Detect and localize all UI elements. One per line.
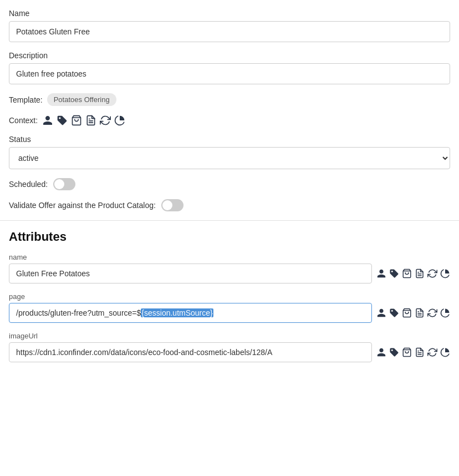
attr-imageurl-document-icon[interactable] <box>415 347 425 357</box>
attr-field-name: name <box>9 253 450 283</box>
template-badge[interactable]: Potatoes Offering <box>47 93 116 106</box>
description-label: Description <box>9 51 450 60</box>
attr-name-input[interactable] <box>9 264 372 283</box>
validate-label: Validate Offer against the Product Catal… <box>9 201 156 210</box>
attr-page-document-icon[interactable] <box>415 308 425 318</box>
attr-page-input-container[interactable]: /products/gluten-free?utm_source=${sessi… <box>9 303 372 323</box>
basket-icon[interactable] <box>71 115 82 126</box>
form-section: Name Description Template: Potatoes Offe… <box>0 0 459 211</box>
attr-page-row: /products/gluten-free?utm_source=${sessi… <box>9 303 450 323</box>
context-label: Context: <box>9 116 38 125</box>
attr-name-row <box>9 264 450 283</box>
attr-imageurl-label: imageUrl <box>9 332 450 340</box>
refresh-icon[interactable] <box>100 115 111 126</box>
attr-field-imageurl: imageUrl <box>9 332 450 362</box>
attr-chart-icon[interactable] <box>440 269 450 278</box>
validate-toggle[interactable] <box>161 199 183 211</box>
attr-page-text-before: /products/gluten-free?utm_source=$ <box>16 308 141 317</box>
attr-name-icons <box>376 269 450 278</box>
template-label: Template: <box>9 95 43 104</box>
description-field: Description <box>9 51 450 84</box>
attr-page-label: page <box>9 292 450 301</box>
attr-document-icon[interactable] <box>415 269 425 278</box>
name-field: Name <box>9 9 450 42</box>
attr-page-refresh-icon[interactable] <box>427 308 437 318</box>
attr-tag-icon[interactable] <box>389 269 399 278</box>
attr-imageurl-icons <box>376 347 450 357</box>
document-icon[interactable] <box>85 115 96 126</box>
attr-imageurl-chart-icon[interactable] <box>440 347 450 357</box>
validate-slider <box>161 199 183 211</box>
attributes-title: Attributes <box>9 230 450 244</box>
attr-imageurl-basket-icon[interactable] <box>402 347 412 357</box>
context-icons <box>42 115 125 126</box>
status-select[interactable]: active inactive draft <box>9 147 450 169</box>
scheduled-label: Scheduled: <box>9 180 48 189</box>
attr-imageurl-input[interactable] <box>9 342 372 362</box>
status-field: Status active inactive draft <box>9 135 450 169</box>
attr-person-icon[interactable] <box>376 269 386 278</box>
person-icon[interactable] <box>42 115 53 126</box>
attr-basket-icon[interactable] <box>402 269 412 278</box>
context-row: Context: <box>9 115 450 126</box>
attr-imageurl-refresh-icon[interactable] <box>427 347 437 357</box>
attr-imageurl-tag-icon[interactable] <box>389 347 399 357</box>
attr-imageurl-row <box>9 342 450 362</box>
attr-page-icons <box>376 308 450 318</box>
scheduled-toggle[interactable] <box>53 178 75 190</box>
attr-field-page: page /products/gluten-free?utm_source=${… <box>9 292 450 323</box>
attr-page-highlight: {session.utmSource} <box>141 308 213 317</box>
attributes-section: Attributes name <box>0 221 459 362</box>
status-label: Status <box>9 135 450 144</box>
name-label: Name <box>9 9 450 18</box>
name-input[interactable] <box>9 21 450 42</box>
tag-icon[interactable] <box>57 115 68 126</box>
attr-page-chart-icon[interactable] <box>440 308 450 318</box>
description-input[interactable] <box>9 63 450 84</box>
template-row: Template: Potatoes Offering <box>9 93 450 106</box>
scheduled-row: Scheduled: <box>9 178 450 190</box>
attr-page-person-icon[interactable] <box>376 308 386 318</box>
attr-imageurl-person-icon[interactable] <box>376 347 386 357</box>
attr-page-basket-icon[interactable] <box>402 308 412 318</box>
scheduled-slider <box>53 178 75 190</box>
chart-icon[interactable] <box>114 115 125 126</box>
validate-row: Validate Offer against the Product Catal… <box>9 199 450 211</box>
attr-page-tag-icon[interactable] <box>389 308 399 318</box>
attr-refresh-icon[interactable] <box>427 269 437 278</box>
attr-name-label: name <box>9 253 450 261</box>
